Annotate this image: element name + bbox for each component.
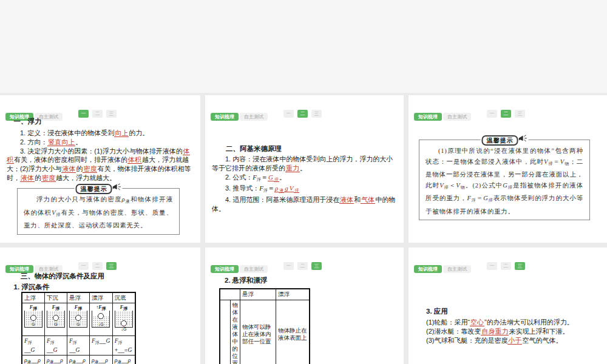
float-sink-table: 上浮下沉悬浮漂浮沉底F浮GF浮GF浮G↑F浮↓GF浮↓GF浮__GF浮__GF浮… — [21, 292, 136, 364]
subsection-title: 2. 悬浮和漂浮 — [225, 276, 270, 285]
force-up-label: F浮 — [24, 305, 42, 310]
beaker: G — [24, 311, 42, 328]
force-relation-cell: F浮__G — [45, 336, 67, 356]
section-title: 一、浮力 — [7, 117, 192, 126]
tip-label: 温馨提示 — [481, 135, 529, 146]
buoyancy-diagram-bottom: F浮↓G — [115, 305, 134, 334]
empty-header — [220, 289, 240, 300]
pager-3[interactable]: 三 — [311, 262, 322, 270]
density-relation-cell: ρ液__ρ物 — [67, 356, 90, 364]
pager-2[interactable]: 二 — [297, 110, 308, 118]
section-title: 三、物体的浮沉条件及应用 — [7, 272, 192, 281]
weight-label: ↓G — [115, 327, 132, 332]
pager-1[interactable]: 一 — [487, 262, 497, 270]
pager-2[interactable]: 二 — [501, 110, 511, 118]
pager-2[interactable]: 二 — [501, 262, 511, 270]
row-label: 物体在液体中的位置 — [230, 300, 240, 364]
weight-label: G — [25, 322, 42, 327]
tab-knowledge-review[interactable]: 知识梳理 — [211, 113, 239, 121]
pager-3[interactable]: 三 — [106, 262, 117, 270]
buoyancy-diagram-mid: F浮G — [47, 305, 65, 334]
density-relation-cell: ρ液__ρ物 — [45, 356, 67, 364]
tab-knowledge-review[interactable]: 知识梳理 — [211, 265, 239, 273]
density-relation-cell: ρ液__ρ物 — [112, 356, 135, 364]
column-header: 漂浮 — [90, 292, 113, 303]
text-line: 2. 公式：F浮＝G排。 — [212, 173, 396, 184]
pager-group: 一二三 — [487, 262, 525, 270]
tab-bar: 知识梳理自主测试一二三 — [414, 110, 602, 118]
section-title: 二、阿基米德原理 — [212, 144, 396, 153]
tip-text: (1)原理中所说的“浸在液体里的物体”包含两种状态：一是物体全部浸入液体中，此时… — [426, 146, 583, 217]
pager-2[interactable]: 二 — [92, 262, 103, 270]
slide-applications[interactable]: 知识梳理自主测试一二三 3. 应用 (1)轮船：采用“空心”的办法增大可以利用的… — [409, 248, 607, 364]
text-line: 3. 决定浮力大小的因素：(1)浮力大小与物体排开液体的体积有关，液体的密度相同… — [7, 147, 192, 183]
tip-label-text: 温馨提示 — [482, 135, 518, 146]
slide-archimedes-principle[interactable]: 知识梳理自主测试一二三 二、阿基米德原理 1. 内容：浸在液体中的物体受到向上的… — [205, 95, 404, 243]
subsection-title: 1. 浮沉条件 — [7, 283, 192, 292]
tab-bar: 知识梳理自主测试一二三 — [5, 262, 195, 271]
table-cell: 物体静止在液体表面上 — [276, 300, 310, 364]
tip-text: 浮力的大小只与液体的密度ρ液和物体排开液体的体积V排有关，与物体的密度、形状、质… — [24, 194, 173, 231]
tab-bar: 知识梳理自主测试一二三 — [414, 262, 602, 271]
force-up-label: F浮 — [115, 305, 134, 310]
pager-3[interactable]: 三 — [311, 110, 322, 118]
text-line: 2. 方向：竖直向上。 — [7, 138, 192, 147]
column-header: 漂浮 — [276, 289, 310, 300]
slide-buoyancy-basics[interactable]: 知识梳理自主测试一二三 一、浮力 1. 定义：浸在液体中的物体受到向上的力。2.… — [0, 95, 200, 243]
tip-box: 温馨提示(1)原理中所说的“浸在液体里的物体”包含两种状态：一是物体全部浸入液体… — [419, 140, 590, 220]
beaker: ↓G — [115, 311, 133, 328]
object-circle — [75, 315, 81, 321]
column-header: 悬浮 — [67, 292, 90, 303]
top-area — [0, 0, 607, 93]
pager-group: 一二三 — [283, 262, 322, 270]
pager-2[interactable]: 二 — [297, 262, 308, 270]
force-up-label: F浮 — [69, 305, 87, 310]
column-header: 沉底 — [112, 292, 135, 303]
text-line: (1)轮船：采用“空心”的办法增大可以利用的浮力。 — [426, 318, 599, 327]
pager-1[interactable]: 一 — [283, 262, 294, 270]
tab-self-test[interactable]: 自主测试 — [443, 113, 471, 121]
weight-label: G — [70, 322, 87, 327]
pager-1[interactable]: 一 — [487, 110, 497, 118]
force-relation-cell: F浮__G — [67, 336, 90, 356]
tab-knowledge-review[interactable]: 知识梳理 — [414, 265, 442, 273]
beaker: ↓G — [92, 311, 110, 328]
pager-1[interactable]: 一 — [78, 262, 89, 270]
tab-bar: 知识梳理自主测试一二三 — [211, 110, 398, 118]
text-line: 3. 推导式：F浮＝ρ液gV排 — [212, 184, 396, 195]
tip-box: 温馨提示浮力的大小只与液体的密度ρ液和物体排开液体的体积V排有关，与物体的密度、… — [17, 188, 180, 235]
tab-self-test[interactable]: 自主测试 — [443, 265, 471, 273]
object-circle — [53, 315, 59, 321]
force-up-label: ↑F浮 — [92, 305, 110, 310]
tab-bar: 知识梳理自主测试一二三 — [211, 262, 398, 271]
object-circle — [30, 315, 36, 321]
tab-self-test[interactable]: 自主测试 — [240, 113, 268, 121]
tip-label-text: 温馨提示 — [76, 184, 112, 194]
slide-sorter-page: 知识梳理自主测试一二三 一、浮力 1. 定义：浸在液体中的物体受到向上的力。2.… — [0, 0, 607, 364]
tab-knowledge-review[interactable]: 知识梳理 — [414, 113, 442, 121]
slide-suspend-vs-float[interactable]: 知识梳理自主测试一二三 2. 悬浮和漂浮 悬浮漂浮区 别物体在液体中的位置物体可… — [205, 248, 404, 364]
table-cell: 物体可以静止在液体内部任一位置 — [240, 300, 276, 364]
pager-3[interactable]: 三 — [515, 110, 525, 118]
tab-self-test[interactable]: 自主测试 — [240, 265, 268, 273]
pager-group: 一二三 — [78, 262, 117, 270]
pager-1[interactable]: 一 — [283, 110, 294, 118]
text-line: 1. 定义：浸在液体中的物体受到向上的力。 — [7, 129, 192, 138]
group-label-difference: 区 别 — [220, 300, 230, 364]
slide-archimedes-tip[interactable]: 知识梳理自主测试一二三 温馨提示(1)原理中所说的“浸在液体里的物体”包含两种状… — [409, 95, 607, 243]
slide-float-sink-conditions[interactable]: 知识梳理自主测试一二三 三、物体的浮沉条件及应用 1. 浮沉条件 上浮下沉悬浮漂… — [0, 248, 200, 364]
density-relation-cell: ρ液__ρ物 — [22, 356, 45, 364]
weight-label: ↓G — [92, 322, 109, 327]
column-header: 悬浮 — [240, 289, 276, 300]
column-header: 下沉 — [45, 292, 67, 303]
force-relation-cell: F浮__G — [22, 336, 45, 356]
knowledge-lines: 1. 内容：浸在液体中的物体受到向上的浮力，浮力的大小等于它排开的液体所受的重力… — [212, 155, 396, 214]
pager-3[interactable]: 三 — [515, 262, 525, 270]
buoyancy-diagram-mid: F浮G — [69, 305, 87, 334]
force-relation-cell: F浮+__=G — [112, 336, 135, 356]
text-line: 1. 内容：浸在液体中的物体受到向上的浮力，浮力的大小等于它排开的液体所受的重力… — [212, 155, 396, 173]
beaker: G — [69, 311, 87, 328]
buoyancy-diagram-surface: ↑F浮↓G — [92, 305, 110, 334]
buoyancy-diagram-mid: F浮G — [24, 305, 42, 334]
beaker: G — [47, 311, 65, 328]
